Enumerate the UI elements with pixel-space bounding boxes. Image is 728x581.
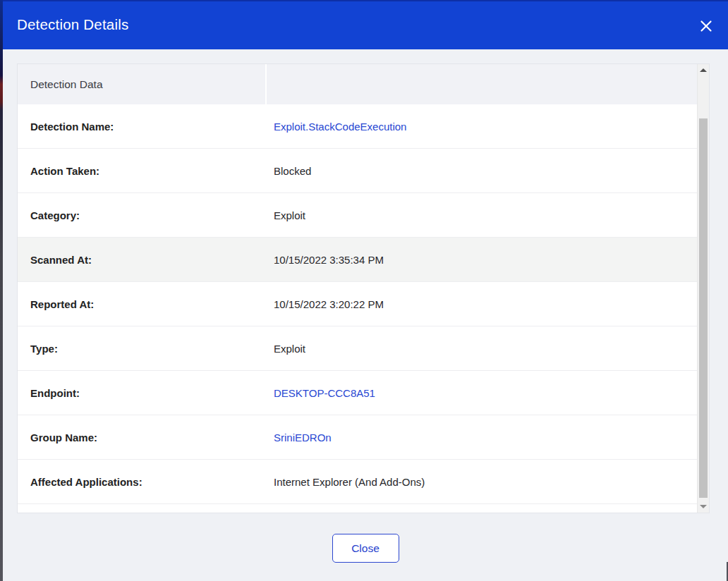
close-button-footer[interactable]: Close <box>332 534 399 563</box>
row-label: Scanned At: <box>18 254 267 266</box>
table-header-spacer <box>267 64 697 104</box>
row-value: Blocked <box>267 165 697 177</box>
close-icon <box>700 20 712 32</box>
close-button[interactable] <box>693 13 719 39</box>
table-row: Group Name:SriniEDROn <box>18 415 697 460</box>
row-label: Type: <box>18 343 267 355</box>
row-value: Internet Explorer (And Add-Ons) <box>267 476 697 488</box>
scroll-down-button[interactable] <box>698 501 709 513</box>
modal-footer: Close <box>3 513 728 581</box>
table-row: Detection Name:Exploit.StackCodeExecutio… <box>18 104 697 149</box>
row-label: Category: <box>18 209 267 221</box>
row-value-link[interactable]: DESKTOP-CCC8A51 <box>267 387 697 399</box>
detection-details-modal: Detection Details Detection Data Detecti… <box>3 0 728 581</box>
row-label: Detection Name: <box>18 121 267 133</box>
row-label: Action Taken: <box>18 165 267 177</box>
table-row: Reported At:10/15/2022 3:20:22 PM <box>18 282 697 326</box>
table-row: Scanned At:10/15/2022 3:35:34 PM <box>18 238 697 282</box>
table-content: Detection Data Detection Name:Exploit.St… <box>18 64 697 513</box>
row-value: Exploit <box>267 209 697 221</box>
table-row: Endpoint:DESKTOP-CCC8A51 <box>18 371 697 415</box>
row-value-link[interactable]: SriniEDROn <box>267 432 697 444</box>
table-rows: Detection Name:Exploit.StackCodeExecutio… <box>18 104 697 504</box>
table-row: Affected Applications:Internet Explorer … <box>18 460 697 504</box>
scrollbar-thumb[interactable] <box>699 118 708 498</box>
row-label: Reported At: <box>18 298 267 310</box>
table-row: Action Taken:Blocked <box>18 149 697 193</box>
row-label: Endpoint: <box>18 387 267 399</box>
row-value: 10/15/2022 3:20:22 PM <box>267 298 697 310</box>
scroll-up-button[interactable] <box>698 64 709 76</box>
row-value: Exploit <box>267 343 697 355</box>
modal-title: Detection Details <box>17 16 128 33</box>
row-label: Affected Applications: <box>18 476 267 488</box>
backdrop-page-edge-left <box>0 0 3 581</box>
table-header-title: Detection Data <box>18 64 267 104</box>
vertical-scrollbar[interactable] <box>697 64 709 513</box>
scroll-up-icon <box>700 68 707 72</box>
table-header-row: Detection Data <box>18 64 697 104</box>
modal-header: Detection Details <box>3 0 728 49</box>
row-label: Group Name: <box>18 432 267 444</box>
table-row: Category:Exploit <box>18 193 697 238</box>
table-row-partial <box>18 504 697 513</box>
row-value: 10/15/2022 3:35:34 PM <box>267 254 697 266</box>
row-value-link[interactable]: Exploit.StackCodeExecution <box>267 121 697 133</box>
scroll-down-icon <box>700 505 707 508</box>
detection-data-table: Detection Data Detection Name:Exploit.St… <box>17 63 710 513</box>
table-row: Type:Exploit <box>18 326 697 371</box>
